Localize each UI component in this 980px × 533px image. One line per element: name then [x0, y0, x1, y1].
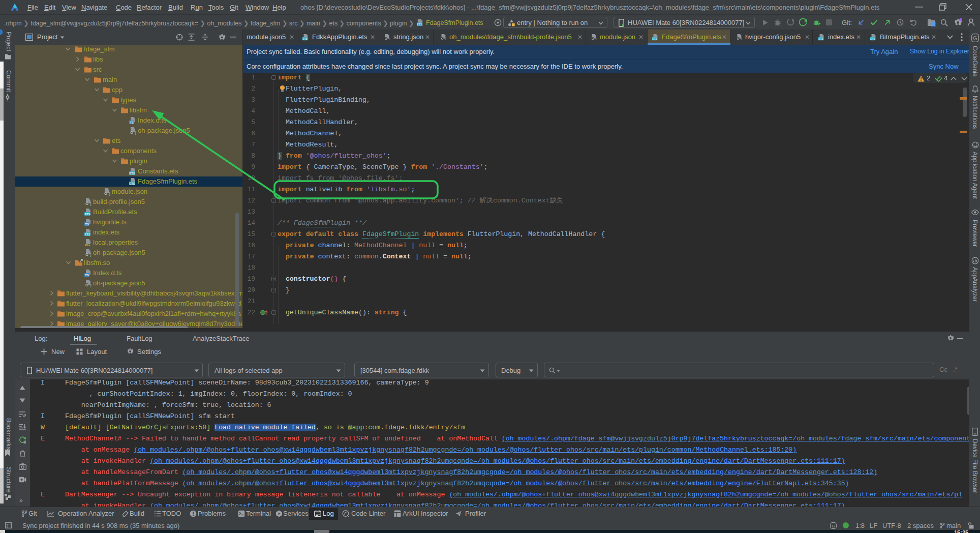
svg-text:ETS: ETS: [417, 23, 422, 26]
svg-text:ETS: ETS: [302, 38, 308, 40]
svg-text:TS: TS: [130, 121, 134, 124]
svg-text:}: }: [445, 37, 446, 41]
svg-text:ETS: ETS: [130, 182, 135, 185]
svg-text:TS: TS: [85, 223, 89, 226]
svg-text:}: }: [135, 131, 137, 135]
svg-text:}: }: [90, 202, 92, 206]
svg-text:ETS: ETS: [870, 38, 875, 40]
svg-text:ETS: ETS: [130, 172, 135, 175]
svg-text:G: G: [832, 524, 835, 528]
svg-text:}: }: [90, 253, 92, 257]
svg-text:}: }: [741, 37, 742, 41]
svg-text:ETS: ETS: [652, 38, 657, 40]
svg-text:G: G: [973, 36, 977, 41]
svg-text:}: }: [388, 37, 390, 41]
svg-text:ETS: ETS: [85, 233, 90, 236]
svg-text:ETS: ETS: [85, 213, 90, 216]
svg-text:TS: TS: [85, 274, 89, 277]
svg-text:ETS: ETS: [818, 38, 823, 40]
svg-text:}: }: [90, 284, 92, 287]
svg-text:}: }: [595, 37, 597, 41]
svg-text:}: }: [109, 192, 111, 196]
